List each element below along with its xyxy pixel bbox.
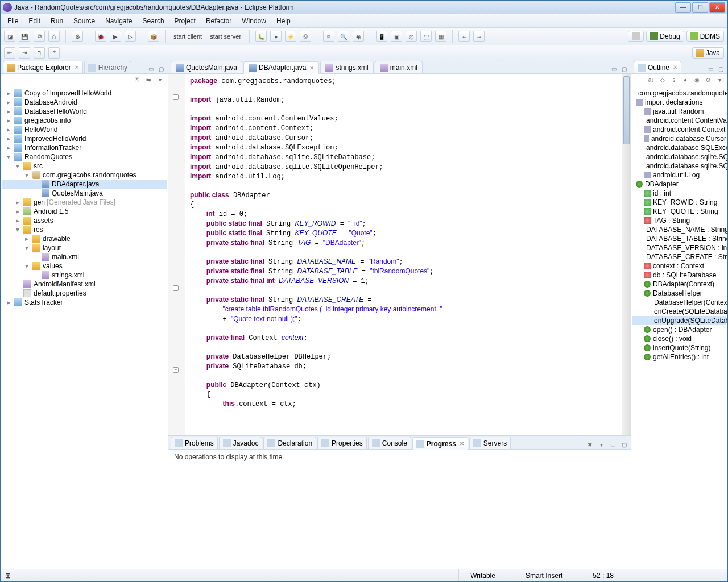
tree-node-main-xml[interactable]: main.xml [2, 252, 167, 261]
tree-node-databaseandroid[interactable]: ▸DatabaseAndroid [2, 98, 167, 107]
minimize-editor-button[interactable]: ▭ [609, 64, 618, 73]
menu-project[interactable]: Project [170, 16, 200, 26]
menu-help[interactable]: Help [272, 16, 295, 26]
hierarchy-tab[interactable]: Hierarchy [84, 61, 131, 73]
tree-node-copy-of-improvedhelloworld[interactable]: ▸Copy of ImprovedHelloWorld [2, 89, 167, 98]
forward-button[interactable]: → [473, 31, 485, 42]
toggle-button[interactable]: ◉ [353, 31, 364, 42]
expand-toggle[interactable]: ▾ [23, 171, 30, 179]
fold-marker[interactable]: − [173, 94, 179, 100]
android-project-button[interactable]: ⬚ [420, 31, 432, 42]
tree-node-helloworld[interactable]: ▸HelloWorld [2, 125, 167, 134]
menu-file[interactable]: File [3, 16, 23, 26]
expand-toggle[interactable]: ▸ [5, 126, 12, 134]
minimize-outline-button[interactable]: ▭ [706, 64, 715, 73]
outline-tab[interactable]: Outline✕ [634, 61, 681, 73]
outline-database-table-string[interactable]: DATABASE_TABLE : String [632, 234, 726, 243]
menu-search[interactable]: Search [138, 16, 169, 26]
menu-refactor[interactable]: Refactor [201, 16, 236, 26]
outline-database-name-string[interactable]: DATABASE_NAME : String [632, 225, 726, 234]
maximize-editor-button[interactable]: ▢ [619, 64, 628, 73]
fold-marker[interactable]: − [173, 367, 179, 373]
outline-databasehelper[interactable]: DatabaseHelper [632, 289, 726, 298]
outline-databasehelper-context-[interactable]: DatabaseHelper(Context) [632, 298, 726, 307]
tree-node-gen-generated-java-files-[interactable]: ▸gen [Generated Java Files] [2, 198, 167, 207]
new-package-button[interactable]: 📦 [148, 31, 159, 42]
expand-toggle[interactable]: ▸ [5, 117, 12, 124]
outline-java-util-random[interactable]: java.util.Random [632, 107, 726, 116]
tree-node-values[interactable]: ▾values [2, 261, 167, 271]
scrollbar-thumb[interactable] [623, 76, 630, 144]
project-tree[interactable]: ▸Copy of ImprovedHelloWorld▸DatabaseAndr… [1, 86, 168, 569]
tree-node-informationtracker[interactable]: ▸InformationTracker [2, 143, 167, 152]
tab-properties[interactable]: Properties [317, 436, 367, 449]
outline-com-gregjacobs-randomquotes[interactable]: com.gregjacobs.randomquotes [632, 89, 726, 98]
expand-toggle[interactable]: ▾ [23, 244, 30, 252]
avd-button[interactable]: ▣ [391, 31, 402, 42]
tab-declaration[interactable]: Declaration [263, 436, 316, 449]
outline-import-declarations[interactable]: import declarations [632, 98, 726, 107]
outline-android-database-cursor[interactable]: android.database.Cursor [632, 134, 726, 143]
collapse-all-button[interactable]: ⇱ [133, 76, 142, 85]
search-button[interactable]: 🔍 [338, 31, 349, 42]
minimize-bottom-button[interactable]: ▭ [608, 440, 617, 449]
editor-scrollbar[interactable] [622, 74, 631, 435]
start-server-button[interactable]: start server [208, 33, 243, 40]
outline-open-dbadapter[interactable]: open() : DBAdapter [632, 325, 726, 334]
outline-insertquote-string-[interactable]: insertQuote(String) [632, 343, 726, 352]
tab-problems[interactable]: Problems [171, 436, 218, 449]
outline-tag-string[interactable]: TAG : String [632, 216, 726, 225]
back-button[interactable]: ← [458, 31, 470, 42]
expand-toggle[interactable]: ▾ [14, 162, 21, 170]
code-editor[interactable]: package com.gregjacobs.randomquotes; imp… [185, 74, 622, 435]
tree-node-android-1-5[interactable]: ▸Android 1.5 [2, 207, 167, 216]
minimize-view-button[interactable]: ▭ [146, 64, 155, 73]
expand-toggle[interactable]: ▾ [23, 262, 30, 270]
tab-servers[interactable]: Servers [469, 436, 511, 449]
view-menu-button[interactable]: ▾ [155, 76, 164, 85]
tree-node-drawable[interactable]: ▸drawable [2, 234, 167, 243]
outline-dbadapter-context-[interactable]: DBAdapter(Context) [632, 280, 726, 289]
run-last-button[interactable]: ▷ [125, 31, 136, 42]
open-type-button[interactable]: ⧈ [323, 31, 334, 42]
expand-toggle[interactable]: ▸ [5, 107, 12, 115]
nav-forward-button[interactable]: ⇥ [19, 47, 30, 59]
expand-toggle[interactable]: ▸ [14, 217, 21, 225]
tree-node-layout[interactable]: ▾layout [2, 243, 167, 252]
tree-node-com-gregjacobs-randomquotes[interactable]: ▾com.gregjacobs.randomquotes [2, 171, 167, 180]
hide-static-button[interactable]: s [669, 76, 679, 85]
menu-source[interactable]: Source [69, 16, 100, 26]
tab-progress[interactable]: Progress✕ [412, 437, 468, 450]
tree-node-statstracker[interactable]: ▸StatsTracker [2, 298, 167, 307]
outline-getallentries-int[interactable]: getAllEntries() : int [632, 352, 726, 361]
expand-toggle[interactable]: ▸ [5, 98, 12, 106]
expand-toggle[interactable]: ▸ [14, 207, 21, 215]
tree-node-assets[interactable]: ▸assets [2, 216, 167, 225]
run-dropdown[interactable]: ▶ [110, 31, 121, 42]
tab-javadoc[interactable]: Javadoc [219, 436, 263, 449]
tree-node-quotesmain-java[interactable]: QuotesMain.java [2, 189, 167, 198]
package-explorer-tab[interactable]: Package Explorer✕ [3, 61, 83, 73]
outline-close-void[interactable]: close() : void [632, 334, 726, 343]
maximize-outline-button[interactable]: ▢ [716, 64, 725, 73]
new-class-button[interactable]: © [300, 31, 311, 42]
outline-onupgrade-sqlitedatabase-int-int-[interactable]: onUpgrade(SQLiteDatabase, int, int) [632, 316, 726, 325]
tree-node-dbadapter-java[interactable]: DBAdapter.java [2, 180, 167, 189]
outline-android-database-sqlite-sqlitedatabase[interactable]: android.database.sqlite.SQLiteDatabase [632, 152, 726, 161]
expand-toggle[interactable]: ▸ [14, 198, 21, 206]
maximize-bottom-button[interactable]: ▢ [619, 440, 628, 449]
close-tab-icon[interactable]: ✕ [309, 65, 314, 71]
hide-nonpublic-button[interactable]: ● [681, 76, 690, 85]
fold-marker[interactable]: − [173, 285, 179, 291]
tree-node-databasehelloworld[interactable]: ▸DatabaseHelloWorld [2, 107, 167, 116]
outline-dbadapter[interactable]: DBAdapter [632, 180, 726, 189]
outline-database-version-int[interactable]: DATABASE_VERSION : int [632, 243, 726, 252]
outline-id-int[interactable]: id : int [632, 189, 726, 198]
outline-menu-button[interactable]: ▾ [715, 76, 724, 85]
editor-tab-strings-xml[interactable]: strings.xml [320, 61, 373, 73]
new-button[interactable]: ◪ [4, 31, 15, 42]
outline-android-database-sqlexception[interactable]: android.database.SQLException [632, 143, 726, 152]
hide-local-button[interactable]: ◉ [692, 76, 701, 85]
maximize-button[interactable]: ☐ [692, 2, 708, 13]
tree-node-randomquotes[interactable]: ▾RandomQuotes [2, 152, 167, 161]
